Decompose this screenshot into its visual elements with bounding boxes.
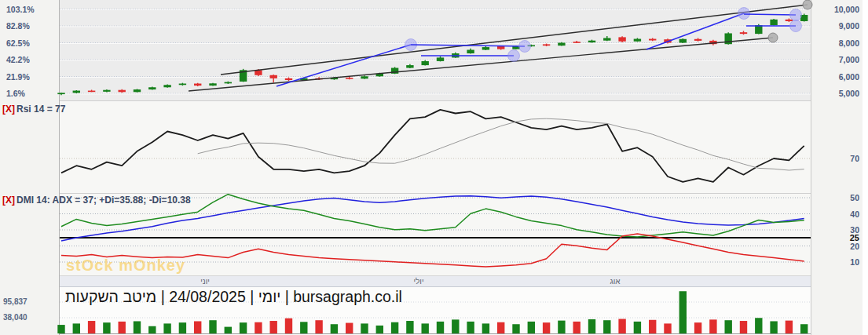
volume-bar: [558, 321, 565, 333]
candle-up: [588, 40, 595, 43]
volume-bar: [437, 322, 444, 333]
volume-bar: [331, 324, 338, 333]
price-axis-label: 8,000: [814, 38, 859, 49]
candle-up: [467, 49, 474, 54]
volume-bar: [194, 321, 201, 333]
candle-up: [603, 36, 610, 41]
volume-axis-label: 38,040: [3, 313, 27, 322]
page-edge: [863, 0, 868, 335]
candlestick-chart[interactable]: [59, 0, 811, 100]
trendline[interactable]: [744, 14, 796, 15]
volume-bar: [543, 322, 550, 333]
right-axis-gutter: [811, 0, 863, 335]
candle-up: [679, 38, 687, 43]
rsi-close-button[interactable]: [X]: [2, 104, 15, 115]
volume-bar: [528, 322, 535, 333]
candle-down: [618, 36, 625, 42]
dmi-close-button[interactable]: [X]: [2, 195, 15, 206]
price-axis-label: 9,000: [814, 20, 859, 31]
right-axis-line: [811, 0, 811, 335]
volume-bar: [573, 322, 580, 333]
candle-down: [649, 38, 656, 41]
candle-up: [770, 19, 777, 26]
volume-bar: [270, 321, 277, 333]
volume-bar: [285, 319, 292, 333]
watermark: stOck mOnkey: [66, 257, 185, 275]
candle-up: [406, 64, 413, 68]
percent-axis-label: 62.5%: [6, 38, 30, 49]
trendline-handle[interactable]: [508, 50, 520, 62]
rsi-axis-label: 70: [814, 153, 859, 164]
volume-bar: [694, 322, 701, 333]
volume-bar: [588, 319, 595, 333]
volume-bar: [679, 291, 687, 333]
volume-bar: [664, 323, 671, 333]
volume-bar: [725, 320, 732, 333]
month-axis-label: אוג: [599, 276, 631, 286]
volume-bar: [376, 326, 383, 333]
trendline-handle[interactable]: [738, 8, 750, 20]
percent-axis-label: 103.1%: [6, 4, 35, 15]
candle-up: [225, 82, 232, 84]
price-axis-label: 10,000: [814, 4, 859, 15]
volume-bar: [740, 321, 747, 333]
candle-down: [694, 38, 701, 41]
month-axis-label: יולי: [403, 276, 434, 286]
volume-bar: [770, 321, 777, 333]
price-axis-label: 5,000: [814, 88, 859, 99]
candle-up: [134, 89, 141, 92]
candle-up: [437, 56, 444, 61]
volume-bar: [73, 323, 80, 333]
rsi-chart: [59, 100, 811, 193]
dmi-indicator-label: [X]DMI 14: ADX = 37; +Di=35.88; -Di=10.3…: [2, 195, 191, 206]
candle-up: [103, 89, 110, 92]
candle-up: [361, 75, 368, 79]
volume-bar: [467, 322, 474, 333]
candle-down: [573, 41, 580, 43]
percent-axis-label: 21.9%: [6, 71, 30, 82]
volume-bar: [618, 319, 625, 333]
candle-down: [285, 78, 292, 82]
price-axis-label: 6,000: [814, 71, 859, 82]
volume-bar: [497, 322, 504, 333]
trendline-handle[interactable]: [790, 20, 802, 32]
volume-bar: [255, 322, 262, 333]
volume-bar: [88, 321, 95, 333]
candle-up: [725, 32, 732, 44]
candle-up: [57, 93, 64, 95]
percent-axis-label: 1.6%: [6, 88, 25, 99]
volume-bar: [346, 323, 353, 333]
candle-down: [194, 83, 201, 86]
rsi-label-text: Rsi 14 = 77: [16, 104, 65, 115]
volume-bar: [179, 322, 186, 333]
volume-bar: [57, 325, 64, 333]
bursagraph-chart-app: stOck mOnkey [X]Rsi 14 = 77 [X]DMI 14: A…: [0, 0, 868, 335]
rsi-line: [61, 110, 804, 182]
volume-bar: [603, 320, 610, 333]
percent-axis-label: 42.2%: [6, 54, 30, 65]
candle-up: [148, 86, 156, 89]
candle-up: [163, 84, 170, 87]
volume-bar: [103, 322, 110, 333]
trendline-handle[interactable]: [790, 9, 802, 21]
volume-bar: [482, 323, 489, 333]
volume-bar: [755, 318, 762, 333]
trendline-handle[interactable]: [803, 0, 812, 9]
trendline-handle[interactable]: [519, 41, 531, 53]
volume-bar: [452, 319, 459, 333]
volume-bar: [406, 321, 413, 333]
volume-bar: [649, 320, 656, 333]
trendline-handle[interactable]: [768, 33, 778, 42]
rsi-ma-line: [198, 118, 804, 170]
candle-up: [240, 69, 247, 82]
volume-bar: [225, 327, 232, 333]
trendline[interactable]: [221, 5, 808, 75]
volume-bar: [709, 319, 716, 333]
dmi-axis-label: 40: [814, 209, 859, 220]
candle-up: [73, 90, 80, 93]
candle-up: [179, 83, 186, 86]
chart-info-bar: יומי | 24/08/2025 | מיטב השקעות | bursag…: [65, 286, 402, 308]
percent-axis-label: 82.8%: [6, 20, 30, 31]
volume-bar: [800, 324, 808, 333]
trendline[interactable]: [411, 45, 525, 46]
